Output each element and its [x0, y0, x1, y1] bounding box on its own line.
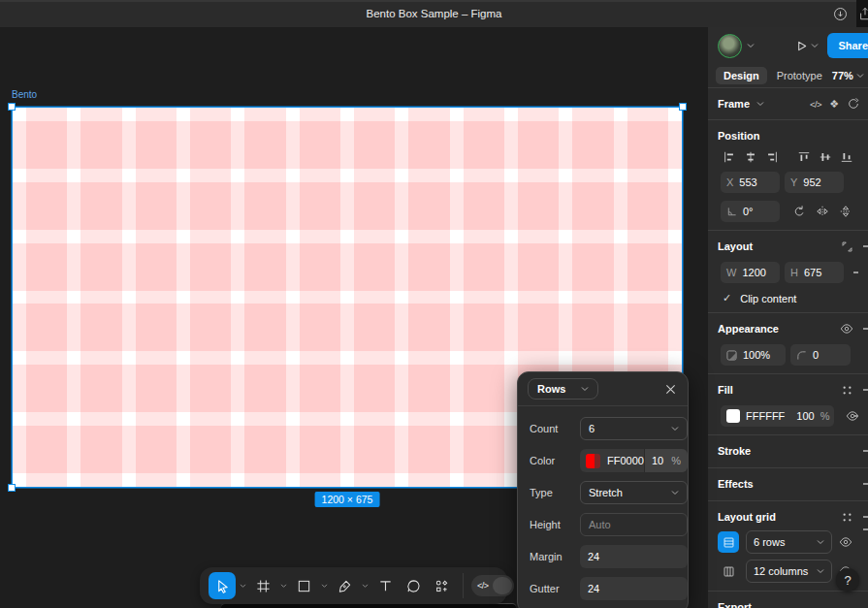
- align-right-icon[interactable]: [763, 150, 781, 164]
- present-button[interactable]: [795, 40, 819, 52]
- columns-grid-icon[interactable]: [718, 560, 739, 582]
- layout-grid-row: [13, 243, 682, 291]
- grid-color-swatch[interactable]: [586, 454, 600, 468]
- gutter-field[interactable]: 24: [580, 577, 688, 600]
- pen-tool-button[interactable]: [331, 572, 358, 599]
- cut-off-icon: [863, 450, 868, 452]
- clip-content-checkbox[interactable]: ✓: [723, 292, 731, 304]
- corner-radius-field[interactable]: 0: [790, 344, 851, 366]
- align-horizontal-center-icon[interactable]: [742, 150, 759, 164]
- text-tool-button[interactable]: [371, 572, 399, 599]
- download-icon[interactable]: [833, 7, 848, 21]
- align-vertical-center-icon[interactable]: [817, 150, 834, 164]
- canvas[interactable]: Bento 1200 × 675: [0, 27, 708, 608]
- code-icon[interactable]: </>: [810, 99, 821, 110]
- grid-color-opacity-field[interactable]: 10 %: [644, 449, 688, 472]
- flip-vertical-icon[interactable]: [839, 205, 852, 218]
- w-label: W: [726, 267, 736, 278]
- zoom-menu-chevron: [856, 73, 864, 79]
- fill-color-field[interactable]: FFFFFF 100 %: [721, 405, 834, 427]
- fill-section: Fill FFFFFF 100 %: [708, 374, 868, 434]
- frame-tool-button[interactable]: [249, 572, 276, 599]
- tab-prototype[interactable]: Prototype: [769, 67, 830, 84]
- rotate-icon[interactable]: [792, 205, 806, 218]
- appearance-title: Appearance: [718, 323, 779, 335]
- right-sidebar: Share Design Prototype 77% Frame </> ❖ P…: [708, 27, 868, 608]
- dev-mode-icon: </>: [477, 581, 489, 591]
- type-dropdown[interactable]: Stretch: [580, 481, 688, 504]
- align-top-icon[interactable]: [796, 150, 814, 164]
- actions-menu-button[interactable]: [428, 572, 455, 599]
- height-field[interactable]: Auto: [580, 513, 688, 536]
- x-value: 553: [739, 176, 756, 188]
- rows-grid-eye-icon[interactable]: [839, 535, 852, 549]
- grid-color-hex[interactable]: FF0000: [607, 455, 644, 466]
- frame-name-label[interactable]: Bento: [12, 89, 37, 100]
- angle-icon: [726, 207, 737, 217]
- gutter-label: Gutter: [530, 583, 580, 594]
- rows-grid-icon[interactable]: [718, 531, 739, 553]
- user-menu-chevron[interactable]: [747, 43, 755, 48]
- rotation-field[interactable]: 0°: [721, 201, 780, 222]
- opacity-value: 100%: [743, 349, 770, 361]
- share-export-icon[interactable]: [858, 7, 868, 21]
- close-icon[interactable]: [662, 381, 678, 397]
- count-label: Count: [530, 423, 580, 434]
- comment-tool-button[interactable]: [400, 572, 427, 599]
- margin-field[interactable]: 24: [580, 545, 688, 568]
- shape-tool-menu-chevron[interactable]: [318, 572, 330, 599]
- frame-tool-menu-chevron[interactable]: [277, 572, 289, 599]
- selection-handle-top-right[interactable]: [679, 103, 687, 111]
- grid-kind-dropdown[interactable]: Rows: [528, 378, 598, 400]
- zoom-level-value: 77%: [832, 70, 853, 81]
- y-label: Y: [790, 176, 797, 188]
- selection-handle-bottom-left[interactable]: [8, 484, 16, 492]
- columns-grid-value: 12 columns: [754, 565, 808, 577]
- rows-grid-dropdown[interactable]: 6 rows: [746, 530, 832, 554]
- toolbar: </>: [200, 567, 507, 604]
- dev-mode-toggle[interactable]: </>: [471, 575, 514, 596]
- flip-horizontal-icon[interactable]: [816, 205, 829, 218]
- layout-grid-row: [13, 304, 682, 351]
- x-position-field[interactable]: X 553: [721, 172, 780, 193]
- user-avatar[interactable]: [718, 34, 742, 58]
- fill-opacity-unit: %: [820, 410, 830, 422]
- help-button[interactable]: ?: [836, 568, 859, 592]
- move-tool-button[interactable]: [209, 572, 236, 599]
- height-field-sidebar[interactable]: H 675: [785, 262, 844, 283]
- move-tool-menu-chevron[interactable]: [237, 572, 248, 599]
- stroke-section: Stroke: [708, 435, 868, 467]
- layout-title: Layout: [718, 240, 753, 252]
- margin-value: 24: [588, 551, 599, 562]
- pen-tool-menu-chevron[interactable]: [359, 572, 370, 599]
- cut-off-icon: [863, 328, 868, 330]
- opacity-field[interactable]: 100%: [721, 344, 786, 366]
- eye-icon[interactable]: [840, 322, 853, 336]
- resize-to-fit-icon[interactable]: [841, 240, 853, 253]
- columns-grid-dropdown[interactable]: 12 columns: [746, 560, 832, 583]
- selection-handle-top-left[interactable]: [8, 103, 16, 111]
- present-menu-chevron[interactable]: [811, 43, 819, 48]
- grid-color-control[interactable]: FF0000 10 %: [580, 449, 688, 472]
- share-button[interactable]: Share: [827, 33, 868, 58]
- zoom-level-control[interactable]: 77%: [832, 70, 864, 81]
- selection-type-dropdown[interactable]: Frame: [718, 98, 764, 110]
- rectangle-tool-button[interactable]: [290, 572, 317, 599]
- create-component-icon[interactable]: ❖: [829, 98, 839, 111]
- play-icon: [795, 40, 808, 52]
- layout-grid-rows-panel: Rows Count 6 Color FF0000 10 %: [517, 371, 689, 608]
- fill-color-swatch[interactable]: [726, 409, 740, 423]
- y-position-field[interactable]: Y 952: [785, 172, 844, 193]
- width-field[interactable]: W 1200: [721, 262, 780, 283]
- align-bottom-icon[interactable]: [838, 150, 855, 164]
- grid-styles-icon[interactable]: [841, 511, 853, 524]
- count-dropdown[interactable]: 6: [580, 417, 688, 440]
- tab-design[interactable]: Design: [716, 67, 767, 84]
- component-reset-icon[interactable]: [847, 97, 860, 111]
- fill-opacity-value: 100: [796, 410, 814, 422]
- align-left-icon[interactable]: [721, 150, 738, 164]
- effects-section: Effects: [708, 468, 868, 500]
- layout-section: Layout W 1200 H 675 ✓ Clip content: [708, 231, 868, 312]
- gutter-value: 24: [588, 583, 599, 594]
- styles-icon[interactable]: [841, 384, 853, 397]
